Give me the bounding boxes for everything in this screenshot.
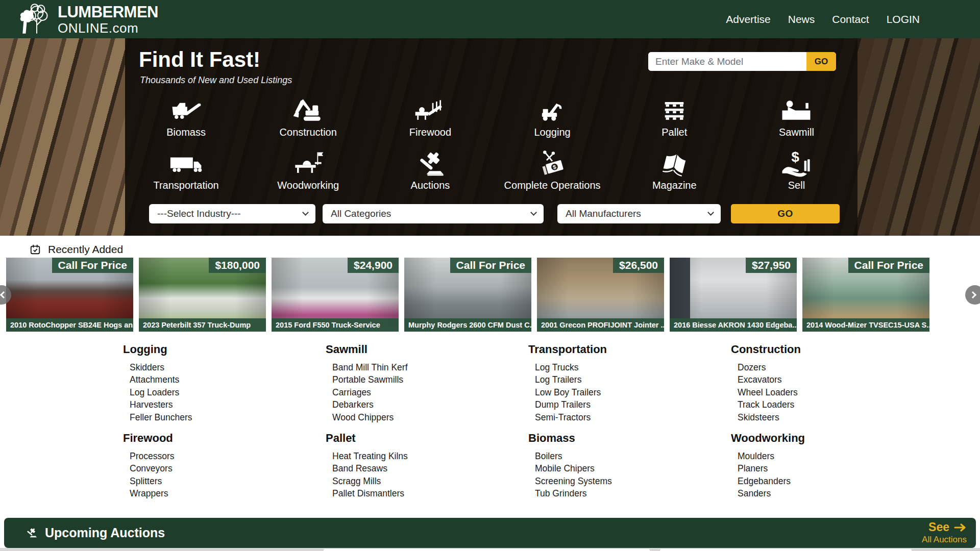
category-link[interactable]: Sanders — [738, 487, 934, 499]
category-link[interactable]: Heat Treating Kilns — [332, 450, 528, 462]
listing-title: 2015 Ford F550 Truck-Service — [272, 318, 399, 332]
listing-card[interactable]: $27,950 2016 Biesse AKRON 1430 Edgeba... — [670, 258, 797, 332]
category-link[interactable]: Dump Trailers — [535, 398, 731, 411]
listing-card[interactable]: Call For Price Murphy Rodgers 2600 CFM D… — [404, 258, 531, 332]
hero-cat-magazine[interactable]: Magazine — [614, 150, 736, 191]
hero-cat-sell[interactable]: $ Sell — [736, 150, 857, 191]
chevron-down-icon — [707, 209, 714, 216]
category-group-firewood: Firewood Processors Conveyors Splitters … — [123, 432, 326, 500]
gavel-icon — [413, 150, 447, 177]
hero-cat-label: Logging — [534, 127, 570, 138]
nav-news[interactable]: News — [788, 13, 815, 26]
make-model-input[interactable] — [648, 52, 806, 71]
woodworking-machine-icon — [291, 150, 325, 177]
next-section-peek — [0, 548, 980, 551]
nav-contact[interactable]: Contact — [832, 13, 869, 26]
header: LUMBERMEN ONLINE.com Advertise News Cont… — [0, 0, 980, 38]
nav-advertise[interactable]: Advertise — [726, 13, 771, 26]
listing-title: 2016 Biesse AKRON 1430 Edgeba... — [670, 318, 797, 332]
hero-section: Find It Fast! Thousands of New and Used … — [0, 38, 980, 236]
category-link[interactable]: Screening Systems — [535, 475, 731, 487]
hero-cat-label: Sawmill — [779, 127, 814, 138]
category-link[interactable]: Conveyors — [130, 462, 326, 474]
listing-card[interactable]: $24,900 2015 Ford F550 Truck-Service — [272, 258, 399, 332]
category-link[interactable]: Harvesters — [130, 398, 326, 411]
hero-cat-firewood[interactable]: Firewood — [369, 97, 491, 138]
hero-cat-construction[interactable]: Construction — [247, 97, 369, 138]
category-link[interactable]: Scragg Mills — [332, 475, 528, 487]
listing-card[interactable]: $180,000 2023 Peterbilt 357 Truck-Dump — [139, 258, 266, 332]
category-link[interactable]: Boilers — [535, 450, 731, 462]
industry-select[interactable]: ---Select Industry--- — [149, 204, 315, 223]
category-group-biomass: Biomass Boilers Mobile Chipers Screening… — [528, 432, 731, 500]
hero-cat-auctions[interactable]: Auctions — [369, 150, 491, 191]
category-link[interactable]: Tub Grinders — [535, 487, 731, 499]
listing-card[interactable]: Call For Price 2014 Wood-Mizer TVSEC15-U… — [802, 258, 929, 332]
hero-cat-biomass[interactable]: Biomass — [125, 97, 247, 138]
top-navigation: Advertise News Contact LOGIN — [726, 13, 920, 26]
category-link[interactable]: Pallet Dismantlers — [332, 487, 528, 499]
upcoming-auctions-title: Upcoming Auctions — [45, 525, 165, 540]
price-badge: Call For Price — [848, 258, 929, 273]
hero-cat-transportation[interactable]: Transportation — [125, 150, 247, 191]
category-link[interactable]: Wood Chippers — [332, 411, 528, 423]
category-link[interactable]: Skidders — [130, 361, 326, 373]
listing-title: Murphy Rodgers 2600 CFM Dust C... — [404, 318, 531, 332]
filter-go-button[interactable]: GO — [731, 204, 840, 223]
logo-line1: LUMBERMEN — [58, 4, 158, 20]
category-link[interactable]: Attachments — [130, 373, 326, 386]
hero-cat-label: Woodworking — [277, 180, 339, 191]
category-link[interactable]: Portable Sawmills — [332, 373, 528, 386]
category-link[interactable]: Debarkers — [332, 398, 528, 411]
category-link[interactable]: Feller Bunchers — [130, 411, 326, 423]
category-link[interactable]: Semi-Tractors — [535, 411, 731, 423]
category-link[interactable]: Wrappers — [130, 487, 326, 499]
category-link[interactable]: Planers — [738, 462, 934, 474]
search-go-button[interactable]: GO — [806, 52, 836, 71]
category-link[interactable]: Edgebanders — [738, 475, 934, 487]
peek-panel — [324, 549, 650, 551]
category-link[interactable]: Log Loaders — [130, 386, 326, 398]
hero-cat-complete-operations[interactable]: $ Complete Operations — [492, 150, 614, 191]
category-link[interactable]: Processors — [130, 450, 326, 462]
carousel-track: Call For Price 2010 RotoChopper SB24E Ho… — [0, 258, 980, 332]
listing-card[interactable]: Call For Price 2010 RotoChopper SB24E Ho… — [6, 258, 133, 332]
hero-cat-woodworking[interactable]: Woodworking — [247, 150, 369, 191]
category-link[interactable]: Band Resaws — [332, 462, 528, 474]
chevron-down-icon — [302, 209, 309, 216]
category-link[interactable]: Excavators — [738, 373, 934, 386]
sawmill-icon — [779, 97, 813, 124]
category-link[interactable]: Carriages — [332, 386, 528, 398]
logo-line2: ONLINE.com — [58, 21, 158, 35]
hero-cat-pallet[interactable]: Pallet — [614, 97, 736, 138]
site-logo[interactable]: LUMBERMEN ONLINE.com — [17, 3, 158, 36]
arrow-right-icon — [953, 523, 967, 532]
category-link[interactable]: Mobile Chipers — [535, 462, 731, 474]
category-link[interactable]: Low Boy Trailers — [535, 386, 731, 398]
biomass-grinder-icon — [169, 97, 203, 124]
manufacturer-select[interactable]: All Manufacturers — [557, 204, 721, 223]
hero-cat-sawmill[interactable]: Sawmill — [736, 97, 857, 138]
listing-card[interactable]: $26,500 2001 Grecon PROFIJOINT Jointer .… — [537, 258, 664, 332]
category-link[interactable]: Splitters — [130, 475, 326, 487]
category-link[interactable]: Track Loaders — [738, 398, 934, 411]
firewood-processor-icon — [413, 97, 447, 124]
category-link[interactable]: Dozers — [738, 361, 934, 373]
hero-filter-row: ---Select Industry--- All Categories All… — [149, 204, 857, 223]
category-select[interactable]: All Categories — [323, 204, 544, 223]
category-heading: Pallet — [326, 432, 528, 445]
nav-login[interactable]: LOGIN — [887, 13, 920, 26]
price-badge: $27,950 — [746, 258, 797, 273]
excavator-icon — [291, 97, 325, 124]
category-link[interactable]: Wheel Loaders — [738, 386, 934, 398]
category-link[interactable]: Log Trucks — [535, 361, 731, 373]
make-model-search: GO — [648, 52, 836, 71]
see-all-auctions-link[interactable]: See All Auctions — [922, 520, 967, 545]
category-link[interactable]: Moulders — [738, 450, 934, 462]
listing-title: 2001 Grecon PROFIJOINT Jointer ... — [537, 318, 664, 332]
price-badge: Call For Price — [450, 258, 531, 273]
category-link[interactable]: Skidsteers — [738, 411, 934, 423]
category-link[interactable]: Log Trailers — [535, 373, 731, 386]
category-link[interactable]: Band Mill Thin Kerf — [332, 361, 528, 373]
hero-cat-logging[interactable]: Logging — [492, 97, 614, 138]
